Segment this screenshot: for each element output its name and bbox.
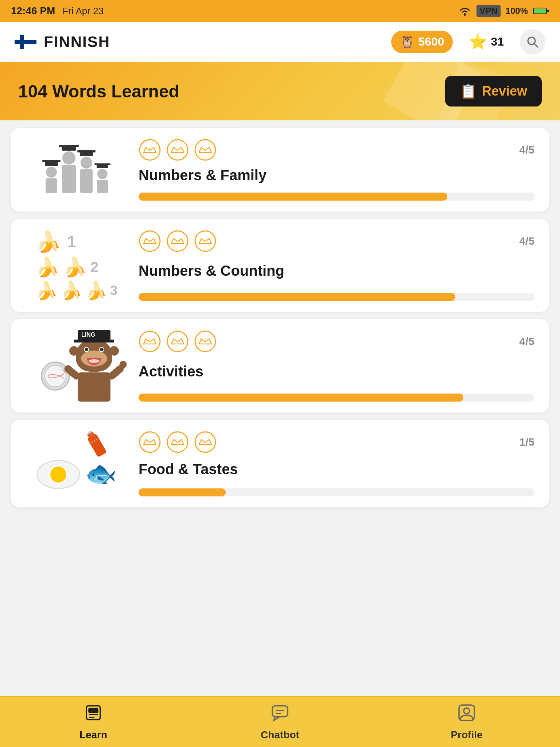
crowns-food (139, 431, 217, 453)
score-counting: 4/5 (519, 235, 534, 247)
card-content-food: 1/5 Food & Tastes (139, 431, 534, 496)
star-value: 31 (491, 35, 504, 49)
svg-rect-22 (89, 709, 98, 712)
crown-a3 (194, 330, 217, 353)
language-label: FINNISH (44, 33, 110, 51)
star-icon: ⭐ (469, 33, 487, 50)
crown-2 (166, 139, 189, 161)
lesson-card-numbers-family[interactable]: 4/5 Numbers & Family (11, 128, 549, 212)
coin-value: 5600 (418, 35, 444, 49)
crowns-family (139, 139, 217, 161)
lesson-card-activities[interactable]: LING (11, 319, 549, 413)
finnish-flag (15, 31, 36, 53)
nav-item-chatbot[interactable]: Chatbot (187, 703, 373, 741)
svg-rect-5 (15, 40, 36, 44)
banana-3c: 🍌 (85, 280, 107, 301)
score-activities: 4/5 (519, 335, 534, 348)
banana-3a: 🍌 (36, 280, 58, 301)
progress-bg-food (139, 488, 534, 496)
language-section: FINNISH (15, 31, 110, 53)
learn-icon (83, 703, 103, 726)
banana-3b: 🍌 (61, 280, 82, 301)
progress-bg-family (139, 193, 534, 201)
title-counting: Numbers & Counting (139, 263, 534, 279)
review-button[interactable]: 📋 Review (445, 76, 542, 107)
progress-fill-family (139, 193, 447, 201)
crown-c1 (139, 230, 161, 252)
profile-icon (457, 703, 477, 726)
search-button[interactable] (520, 29, 545, 55)
banana-2b: 🍌 (63, 256, 87, 278)
svg-point-7 (528, 37, 535, 44)
crown-1 (139, 139, 161, 161)
crown-f1 (139, 431, 161, 453)
score-family: 4/5 (519, 144, 534, 156)
banner-title: 104 Words Learned (18, 81, 179, 101)
crown-f3 (194, 431, 217, 453)
chatbot-icon (270, 703, 290, 726)
card-content-family: 4/5 Numbers & Family (139, 139, 534, 201)
svg-rect-6 (20, 35, 24, 49)
svg-rect-25 (272, 706, 288, 717)
nav-item-learn[interactable]: Learn (0, 703, 187, 741)
status-bar: 12:46 PM Fri Apr 23 VPN 100% (0, 0, 560, 22)
wifi-icon (458, 6, 471, 16)
svg-point-0 (464, 13, 466, 16)
vpn-badge: VPN (477, 5, 500, 17)
crowns-counting (139, 230, 217, 252)
score-food: 1/5 (519, 436, 534, 448)
crown-f2 (166, 431, 189, 453)
bottom-nav: Learn Chatbot Profile (0, 696, 560, 747)
cards-container: 4/5 Numbers & Family 🍌 1 🍌 🍌 2 (0, 120, 560, 696)
crowns-activities (139, 330, 217, 353)
banner: 104 Words Learned 📋 Review (0, 62, 560, 120)
star-badge: ⭐ 31 (462, 29, 511, 55)
chatbot-label: Chatbot (261, 729, 299, 741)
progress-fill-activities (139, 394, 463, 402)
title-activities: Activities (139, 363, 534, 380)
battery-text: 100% (506, 6, 528, 16)
svg-rect-3 (547, 10, 549, 12)
svg-point-29 (464, 708, 470, 714)
card-content-counting: 4/5 Numbers & Counting (139, 230, 534, 301)
top-nav: FINNISH 🦉 5600 ⭐ 31 (0, 22, 560, 62)
card-image-food: 🐟 (26, 431, 128, 496)
status-time: 12:46 PM (11, 5, 55, 17)
title-food: Food & Tastes (139, 461, 534, 477)
nav-item-profile[interactable]: Profile (373, 703, 560, 741)
crown-3 (194, 139, 217, 161)
battery-icon (533, 7, 549, 15)
card-content-activities: 4/5 Activities (139, 330, 534, 402)
progress-fill-food (139, 488, 226, 496)
coin-icon: 🦉 (400, 35, 415, 49)
progress-bg-counting (139, 293, 534, 301)
nav-right: 🦉 5600 ⭐ 31 (391, 29, 545, 55)
crown-c3 (194, 230, 217, 252)
svg-line-8 (534, 44, 538, 47)
card-image-activities: LING (26, 330, 128, 402)
learn-label: Learn (79, 729, 107, 741)
profile-label: Profile (451, 729, 482, 741)
card-image-counting: 🍌 1 🍌 🍌 2 🍌 🍌 🍌 3 (26, 230, 128, 301)
crown-a2 (166, 330, 189, 353)
coin-badge: 🦉 5600 (391, 31, 453, 53)
title-family: Numbers & Family (139, 167, 534, 183)
progress-bg-activities (139, 394, 534, 402)
review-icon: 📋 (460, 83, 477, 99)
banana-1: 🍌 (36, 230, 61, 254)
lesson-card-numbers-counting[interactable]: 🍌 1 🍌 🍌 2 🍌 🍌 🍌 3 (11, 219, 549, 312)
status-date: Fri Apr 23 (62, 5, 104, 17)
banana-2a: 🍌 (36, 256, 59, 278)
search-icon (526, 35, 539, 49)
progress-fill-counting (139, 293, 455, 301)
review-label: Review (482, 84, 527, 99)
lesson-card-food-tastes[interactable]: 🐟 (11, 420, 549, 507)
svg-rect-2 (534, 9, 546, 13)
crown-a1 (139, 330, 161, 353)
crown-c2 (166, 230, 189, 252)
card-image-family (26, 139, 128, 201)
